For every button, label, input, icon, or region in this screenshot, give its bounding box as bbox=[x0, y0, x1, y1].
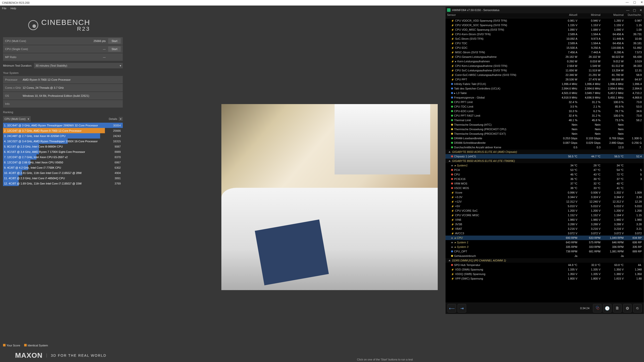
sensor-row[interactable]: ⚡AVCC33.072 V3.072 V3.072 V3.072 bbox=[446, 231, 644, 236]
sensor-row[interactable]: PCIEX1636 °C30 °C37 °C3 bbox=[446, 177, 644, 181]
sensor-row[interactable]: CPU PPT FAST Limit32.4 %31.2 %100.0 %73.… bbox=[446, 113, 644, 118]
document-icon[interactable]: 🗎 bbox=[613, 304, 622, 312]
sensor-row[interactable]: ⚡CPU-Gesamt-Leistungsaufnahme29.182 W28.… bbox=[446, 55, 644, 59]
col-minimal[interactable]: Minimal bbox=[579, 13, 602, 18]
ranking-row[interactable]: 10. 4C/8T @ 2.81 GHz, 11th Gen Intel Cor… bbox=[3, 170, 123, 175]
sensor-row[interactable]: ⚡CPU PPT28.536 W27.476 W88.008 W64.97 bbox=[446, 77, 644, 82]
sensor-row[interactable]: ⚡CPU Kern-Leistungsaufnahme (SVI3 TFN)2.… bbox=[446, 64, 644, 68]
nav-back-button[interactable]: ⟵ bbox=[448, 304, 456, 312]
sensor-row[interactable]: ⚡CPU VDDCR_SOC Spannung (SVI3 TFN)1.155 … bbox=[446, 23, 644, 27]
ranking-row[interactable]: 8. 12C/24T @ 2.66 GHz, Intel Xeon CPU X5… bbox=[3, 160, 123, 165]
exit-icon[interactable]: ⎋ bbox=[633, 304, 642, 312]
sensor-row[interactable]: Thermische Drosselung (PROCHOT EXT)NeinN… bbox=[446, 131, 644, 136]
ranking-row[interactable]: 5. 8C/16T @ 2.3 GHz, Intel Core i9-9880H… bbox=[3, 144, 123, 149]
col-aktuell[interactable]: Aktuell bbox=[556, 13, 579, 18]
hwinfo-window[interactable]: HWiNFO64 v7.50-5150 - Sensorstatus — ▢ ✕… bbox=[445, 7, 644, 314]
sensor-row[interactable]: Infinity Fabric Takt (FCLK)1,996.4 MHz1,… bbox=[446, 82, 644, 86]
sensor-row[interactable]: SPD Hub Temperatur44.8 °C32.0 °C63.8 °C4… bbox=[446, 263, 644, 267]
gear-icon[interactable]: ⚙ bbox=[623, 304, 632, 312]
sensor-row[interactable]: VRM MOS37 °C32 °C40 °C bbox=[446, 181, 644, 186]
sensor-row[interactable]: ⚡VDD (SWA) Spannung1.335 V1.335 V1.350 V… bbox=[446, 267, 644, 272]
sensor-row[interactable]: ⚡Core+SoC+MISC Leistungsaufnahme (SVI3 T… bbox=[446, 73, 644, 77]
menu-file[interactable]: File bbox=[2, 7, 7, 10]
ring-status-icon[interactable] bbox=[593, 304, 601, 312]
sensor-row[interactable]: ⚡+3.3V3.344 V3.324 V3.344 V3.34 bbox=[446, 195, 644, 199]
duration-select[interactable]: 30 minutes (Test Stability) ▾ bbox=[34, 63, 123, 68]
sensor-row[interactable]: Thermal Limit48.1 %45.8 %73.3 %58.2 bbox=[446, 118, 644, 122]
bolt-icon: ⚡ bbox=[451, 60, 454, 63]
start-single-button[interactable]: Start bbox=[108, 46, 121, 52]
sensor-row[interactable]: CPU46 °C43 °C72 °C5 bbox=[446, 172, 644, 177]
sensor-row[interactable]: Durchschnittliche Anzahl aktiver Kerne0.… bbox=[446, 145, 644, 150]
col-maximal[interactable]: Maximal bbox=[602, 13, 626, 18]
ranking-row[interactable]: 1. 32C/64T @ 3 GHz, AMD Ryzen Threadripp… bbox=[3, 123, 123, 128]
minimize-icon[interactable]: — bbox=[626, 8, 629, 12]
sensor-row[interactable]: GehäuseeinbruchJaJa bbox=[446, 254, 644, 258]
ranking-row[interactable]: 9. 4C/8T @ 4.2 GHz, Intel Core i7-7700K … bbox=[3, 165, 123, 170]
minimize-icon[interactable]: — bbox=[626, 1, 629, 4]
sensor-row[interactable]: ▸ System 3335 RPM333 RPM336 RPM335 RP bbox=[446, 245, 644, 249]
sensor-row[interactable]: ⚡CPU VCORE MISC1.152 V1.152 V1.164 V1.15 bbox=[446, 213, 644, 217]
sensor-row[interactable]: ⚡3VSB3.288 V3.288 V3.288 V3.28 bbox=[446, 222, 644, 227]
ranking-row[interactable]: 7. 12C/24T @ 2.7 GHz, Intel Xeon CPU E5-… bbox=[3, 154, 123, 160]
sensor-row[interactable]: ⚡VBAT3.216 V3.216 V3.216 V3.21 bbox=[446, 227, 644, 231]
sensor-row[interactable]: Chipsatz 1 (xHCI)56.5 °C44.7 °C56.5 °C52… bbox=[446, 154, 644, 159]
sensor-row[interactable]: CPU-TDC-Limit3.5 %2.1 %85.9 %53.0 bbox=[446, 104, 644, 109]
maximize-icon[interactable]: ▢ bbox=[633, 1, 636, 4]
cinebench-titlebar[interactable]: CINEBENCH R23.200 — ▢ ✕ bbox=[0, 0, 644, 6]
sensor-row[interactable]: CPU-EDC-Limit10.3 %6.2 %78.7 %34.6 bbox=[446, 109, 644, 113]
close-icon[interactable]: ✕ bbox=[640, 1, 643, 4]
close-icon[interactable]: ✕ bbox=[639, 8, 642, 12]
ranking-row[interactable]: 4. 16C/32T @ 3.4 GHz, AMD Ryzen Threadri… bbox=[3, 139, 123, 144]
sensor-row[interactable]: VSOC MOS38 °C33 °C41 °C bbox=[446, 186, 644, 190]
sensor-group-header[interactable]: GIGABYTE B650 AORUS ELITE AX (AMD Chipsa… bbox=[446, 150, 644, 154]
clock-icon[interactable]: 🕒 bbox=[603, 304, 612, 312]
sensor-row[interactable]: Frequenzgrenze - Global4,918.9 MHz4,696.… bbox=[446, 95, 644, 100]
sensor-row[interactable]: DRAM-Lesebandbreite0.253 Gbps0.103 Gbps8… bbox=[446, 136, 644, 141]
ranking-row[interactable]: 6. 8C/16T @ 3.4 GHz, AMD Ryzen 7 1700X E… bbox=[3, 149, 123, 154]
ranking-row[interactable]: 11. 4C/8T @ 2.3 GHz, Intel Core i7-4850H… bbox=[3, 175, 123, 181]
menu-help[interactable]: Help bbox=[11, 7, 16, 10]
sensor-row[interactable]: CPU_OPT738 RPM681 RPM1,081 RPM889 RP bbox=[446, 249, 644, 254]
sensor-row[interactable]: ⚡Vcore0.996 V0.936 V1.332 V1.009 bbox=[446, 190, 644, 195]
sensor-group-header[interactable]: GIGABYTE B650 AORUS ELITE AX (ITE IT8689… bbox=[446, 159, 644, 163]
sensor-row[interactable]: ⚡+12V12.312 V12.240 V12.312 V12.28 bbox=[446, 199, 644, 204]
col-sensor[interactable]: Sensor bbox=[446, 13, 556, 18]
col-durchschn[interactable]: Durchschn. bbox=[626, 13, 644, 18]
sensor-group-header[interactable]: DDR5 DIMM [#1] (P0 CHANNEL A/DIMM 1) bbox=[446, 258, 644, 263]
hwinfo-titlebar[interactable]: HWiNFO64 v7.50-5150 - Sensorstatus — ▢ ✕ bbox=[446, 7, 644, 13]
sensor-row[interactable]: ⚡SoC-Strom (SVI3 TFN)10.092 A9.973 A11.4… bbox=[446, 36, 644, 41]
ranking-details-toggle[interactable]: ▾ bbox=[119, 117, 123, 121]
sensor-row[interactable]: ⚡CPU VDD_MISC Spannung (SVI3 TFN)1.090 V… bbox=[446, 27, 644, 32]
ranking-row[interactable]: 2. 12C/24T @ 3.7 GHz, AMD Ryzen 9 7900 1… bbox=[3, 128, 123, 133]
sensor-row[interactable]: ⚡MISC-Strom (SVI3 TFN)7.456 A7.443 A8.28… bbox=[446, 50, 644, 55]
sensor-row[interactable]: CPU PPT Limit32.4 %31.2 %100.0 %73.8 bbox=[446, 100, 644, 104]
sensor-row[interactable]: ⚡CPU EDC15.500 A9.250 A118.000 A51.892 bbox=[446, 46, 644, 50]
sensor-row[interactable]: Thermische Drosselung (PROCHOT CPU)NeinN… bbox=[446, 127, 644, 131]
sensor-row[interactable]: ⚡VPP (SWC) Spannung1.800 V1.800 V1.815 V… bbox=[446, 276, 644, 281]
sensor-row[interactable]: ▸ L3 Takte4,501.0 MHz3,949.7 MHz5,457.2 … bbox=[446, 91, 644, 95]
sensor-row[interactable]: ⚡CPU-Kern-Strom (SVI3 TFN)2.589 A1.564 A… bbox=[446, 32, 644, 36]
sensor-row[interactable]: Takt des Speicher-Controllers (UCLK)2,99… bbox=[446, 86, 644, 91]
maximize-icon[interactable]: ▢ bbox=[633, 8, 636, 12]
sensor-row[interactable]: ⚡+5V5.010 V5.010 V5.010 V5.010 bbox=[446, 204, 644, 208]
nav-play-button[interactable]: ⇥ bbox=[458, 304, 466, 312]
hwinfo-sensor-list[interactable]: ⚡CPU VDDCR_VDD Spannung (SVI3 TFN)0.981 … bbox=[446, 18, 644, 302]
sensor-row[interactable]: PCH53 °C47 °C54 °C5 bbox=[446, 168, 644, 172]
sensor-row[interactable]: ⚡▸ Kern-Leistungsaufnahmen0.260 W0.016 W… bbox=[446, 59, 644, 64]
start-multi-button[interactable]: Start bbox=[108, 38, 121, 44]
sensor-row[interactable]: ⚡CPU SoC-Leistungsaufnahme (SVI3 TFN)11.… bbox=[446, 68, 644, 73]
ranking-row[interactable]: 3. 24C/48T @ 2.7 GHz, Intel Xeon W-3265M… bbox=[3, 133, 123, 139]
sensor-row[interactable]: ⚡VDDQ (SWB) Spannung1.350 V1.335 V1.380 … bbox=[446, 272, 644, 276]
sensor-row[interactable]: ▸ System 1643 RPM575 RPM646 RPM606 RP bbox=[446, 240, 644, 245]
sensor-row[interactable]: DRAM-Schreibbandbreite0.087 Gbps0.029 Gb… bbox=[446, 141, 644, 145]
ranking-mode-select[interactable]: CPU (Multi Core) ▾ bbox=[3, 116, 31, 122]
sensor-row[interactable]: Thermische Drosselung (HTC)NeinNeinNein bbox=[446, 122, 644, 127]
sensor-row[interactable]: ⚡CPU VCORE SoC1.200 V1.200 V1.200 V1.200 bbox=[446, 208, 644, 213]
ranking-row[interactable]: 12. 4C/8T @ 1.69 GHz, 11th Gen Intel Cor… bbox=[3, 181, 123, 186]
sensor-row[interactable]: ⚡CPU VDDCR_VDD Spannung (SVI3 TFN)0.981 … bbox=[446, 18, 644, 23]
sensor-row[interactable]: ▸ System134 °C28 °C34 °C bbox=[446, 163, 644, 168]
sensor-row[interactable]: ▸ CPU690 RPM633 RPM1,049 RPM834 RP bbox=[446, 236, 644, 240]
sensor-row[interactable]: ⚡CPU TDC2.589 A1.564 A64.456 A39.181 bbox=[446, 41, 644, 46]
sensor-row[interactable]: ⚡VIN61.980 V1.980 V1.980 V1.980 bbox=[446, 217, 644, 222]
